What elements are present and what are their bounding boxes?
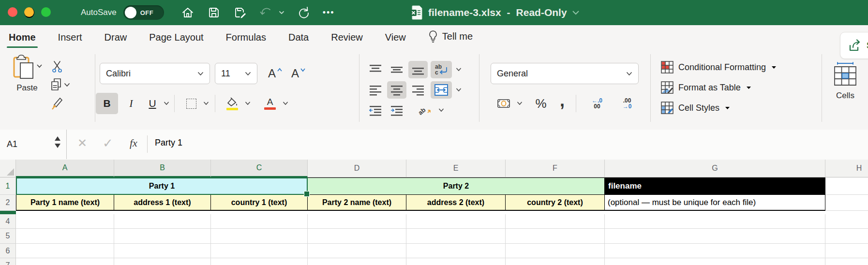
cell-d5[interactable]	[308, 229, 406, 244]
home-icon[interactable]	[180, 5, 195, 20]
insert-function-icon[interactable]: fx	[130, 137, 137, 149]
borders-chevron-icon[interactable]	[201, 100, 211, 107]
tab-formulas[interactable]: Formulas	[226, 32, 266, 43]
column-header-a[interactable]: A	[16, 160, 114, 177]
align-right-button[interactable]	[408, 81, 428, 99]
close-window-button[interactable]	[8, 7, 17, 17]
cell-d4[interactable]	[308, 214, 406, 229]
align-center-button[interactable]	[387, 81, 406, 99]
underline-chevron-icon[interactable]	[162, 100, 171, 107]
tab-insert[interactable]: Insert	[58, 32, 82, 43]
cell-e4[interactable]	[406, 214, 506, 229]
select-all-corner[interactable]	[0, 160, 16, 177]
cell-f6[interactable]	[506, 244, 605, 258]
tab-review[interactable]: Review	[331, 32, 363, 43]
row-header-6[interactable]: 6	[0, 244, 16, 258]
cell-g4[interactable]	[605, 214, 825, 229]
wrap-text-button[interactable]: ab c	[431, 61, 452, 78]
cell-e2[interactable]: address 2 (text)	[406, 195, 506, 211]
tab-page-layout[interactable]: Page Layout	[149, 32, 203, 43]
enter-icon[interactable]: ✓	[103, 136, 113, 151]
column-header-f[interactable]: F	[506, 160, 605, 177]
share-button[interactable]: Share	[840, 32, 868, 59]
cell-c6[interactable]	[211, 244, 308, 258]
tab-home[interactable]: Home	[9, 32, 36, 43]
cell-h4[interactable]	[825, 214, 868, 229]
cell-g6[interactable]	[605, 244, 825, 258]
cell-a2[interactable]: Party 1 name (text)	[16, 195, 114, 211]
font-color-chevron-icon[interactable]	[281, 100, 290, 107]
column-header-d[interactable]: D	[308, 160, 406, 177]
minimize-window-button[interactable]	[24, 7, 34, 18]
percent-style-button[interactable]: %	[530, 93, 552, 114]
cell-h6[interactable]	[825, 244, 868, 258]
column-header-c[interactable]: C	[211, 160, 308, 177]
copy-button[interactable]	[47, 76, 73, 93]
more-commands-icon[interactable]: •••	[323, 8, 335, 18]
cell-d7[interactable]	[308, 258, 406, 265]
row-header-4[interactable]: 4	[0, 214, 16, 229]
column-header-b[interactable]: B	[114, 160, 211, 177]
undo-chevron-icon[interactable]	[278, 5, 285, 20]
align-bottom-button[interactable]	[408, 61, 428, 78]
cell-f2[interactable]: country 2 (text)	[506, 195, 605, 211]
font-color-button[interactable]: A	[259, 93, 281, 114]
cell-a6[interactable]	[16, 244, 114, 258]
number-format-select[interactable]: General	[491, 63, 639, 84]
column-header-h[interactable]: H	[825, 160, 868, 177]
increase-decimal-button[interactable]: ←.0 00	[584, 93, 611, 114]
decrease-font-size-button[interactable]: A	[288, 64, 309, 83]
cell-b2[interactable]: address 1 (text)	[114, 195, 211, 211]
column-header-e[interactable]: E	[406, 160, 506, 177]
row-header-2[interactable]: 2	[0, 195, 16, 211]
name-box-spinner[interactable]	[55, 136, 60, 148]
cell-c2[interactable]: country 1 (text)	[211, 195, 308, 211]
cells-button[interactable]: Cells	[826, 62, 864, 101]
cell-f4[interactable]	[506, 214, 605, 229]
cell-h5[interactable]	[825, 229, 868, 244]
cell-e5[interactable]	[406, 229, 506, 244]
cell-c7[interactable]	[211, 258, 308, 265]
font-size-select[interactable]: 11	[215, 63, 257, 84]
accounting-format-button[interactable]	[494, 93, 515, 114]
cell-a4[interactable]	[16, 214, 114, 229]
cell-g5[interactable]	[605, 229, 825, 244]
decrease-decimal-button[interactable]: .00 →0	[614, 93, 641, 114]
column-header-g[interactable]: G	[605, 160, 825, 177]
font-name-select[interactable]: Calibri	[100, 63, 210, 84]
name-box[interactable]: A1	[0, 130, 67, 159]
align-middle-button[interactable]	[387, 61, 406, 78]
cell-styles-button[interactable]: Cell Styles	[661, 100, 731, 116]
cell-e6[interactable]	[406, 244, 506, 258]
cell-g7[interactable]	[605, 258, 825, 265]
cell-a7[interactable]	[16, 258, 114, 265]
tab-data[interactable]: Data	[288, 32, 309, 43]
autosave-toggle[interactable]: OFF	[123, 5, 164, 20]
hidden-row-marker[interactable]	[0, 211, 16, 214]
formula-content[interactable]: Party 1	[155, 138, 182, 148]
redo-icon[interactable]	[297, 5, 311, 20]
row-header-5[interactable]: 5	[0, 229, 16, 244]
align-left-button[interactable]	[366, 81, 385, 99]
cell-f5[interactable]	[506, 229, 605, 244]
fill-color-button[interactable]	[222, 93, 243, 114]
cell-b5[interactable]	[114, 229, 211, 244]
borders-button[interactable]	[181, 93, 201, 114]
cell-b4[interactable]	[114, 214, 211, 229]
selection-fill-handle[interactable]	[304, 191, 310, 197]
title-chevron-icon[interactable]	[572, 8, 580, 17]
cut-button[interactable]	[48, 59, 66, 74]
wrap-text-chevron-icon[interactable]	[454, 66, 464, 74]
underline-button[interactable]: U	[142, 93, 163, 114]
merge-center-chevron-icon[interactable]	[454, 86, 464, 94]
cell-h1[interactable]	[825, 177, 868, 195]
italic-button[interactable]: I	[121, 93, 141, 114]
cell-d1-party2-merged[interactable]: Party 2	[308, 177, 605, 195]
accounting-chevron-icon[interactable]	[515, 100, 524, 107]
spinner-down-icon[interactable]	[55, 144, 60, 148]
spinner-up-icon[interactable]	[55, 136, 60, 141]
cell-d6[interactable]	[308, 244, 406, 258]
tab-draw[interactable]: Draw	[105, 32, 127, 43]
cell-d2[interactable]: Party 2 name (text)	[308, 195, 406, 211]
zoom-window-button[interactable]	[41, 7, 51, 17]
